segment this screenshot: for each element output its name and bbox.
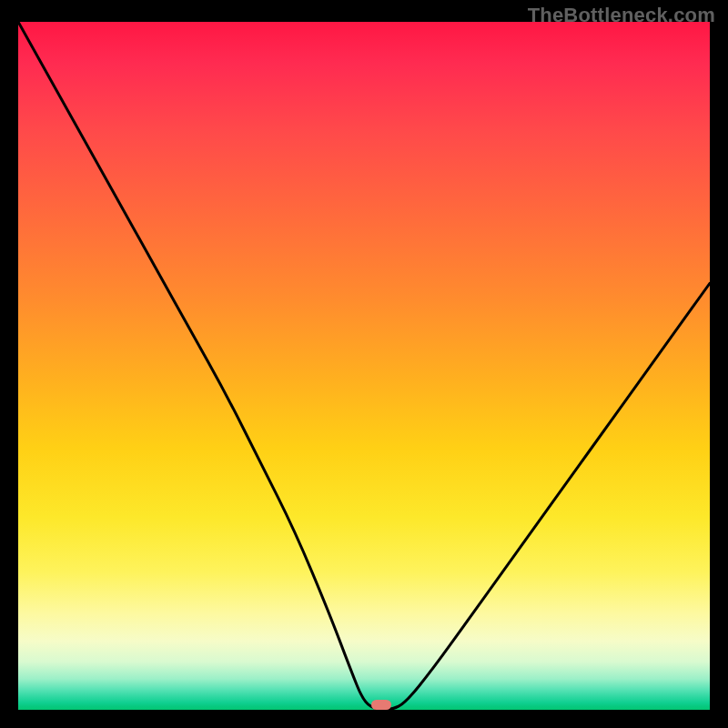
curve-path (18, 22, 710, 710)
chart-frame: TheBottleneck.com (0, 0, 728, 728)
optimal-marker (371, 700, 390, 710)
plot-area (18, 22, 710, 710)
watermark-text: TheBottleneck.com (528, 4, 715, 27)
bottleneck-curve (18, 22, 710, 710)
